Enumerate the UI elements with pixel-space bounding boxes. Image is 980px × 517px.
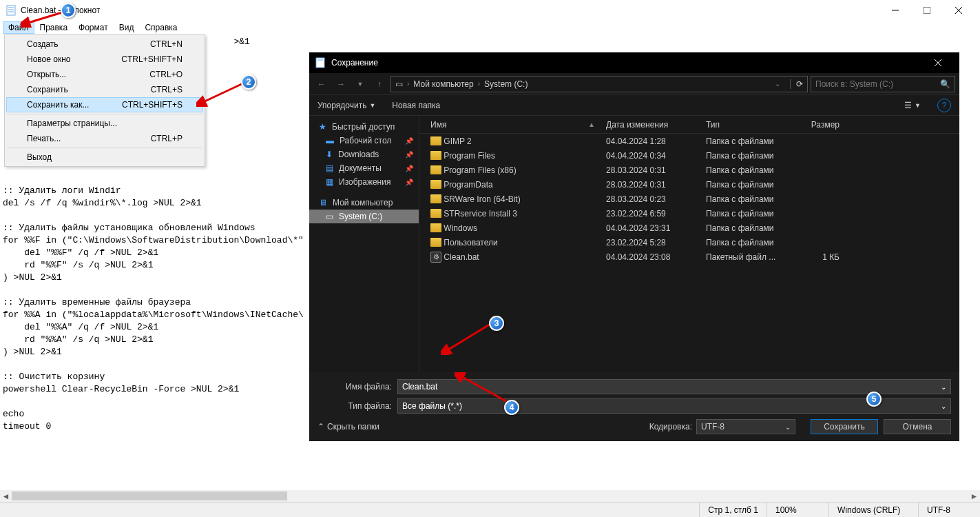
horizontal-scrollbar[interactable]: ◄ ► <box>0 490 980 502</box>
statusbar: Стр 1, стлб 1 100% Windows (CRLF) UTF-8 <box>0 502 980 517</box>
nav-computer[interactable]: 🖥Мой компьютер <box>309 196 419 210</box>
file-row[interactable]: Program Files (x86)28.03.2024 0:31Папка … <box>419 163 959 177</box>
folder-icon <box>430 180 441 189</box>
maximize-button[interactable] <box>911 0 943 21</box>
filename-input[interactable]: Clean.bat⌄ <box>397 379 951 394</box>
dialog-bottom-panel: Имя файла: Clean.bat⌄ Тип файла: Все фай… <box>309 372 959 441</box>
folder-icon <box>430 136 441 145</box>
downloads-icon: ⬇ <box>326 150 333 159</box>
folder-icon <box>430 238 441 247</box>
menu-separator <box>7 114 202 114</box>
chevron-down-icon[interactable]: ⌄ <box>941 383 946 391</box>
nav-back-button[interactable]: ← <box>313 76 330 92</box>
menu-view[interactable]: Вид <box>114 21 140 34</box>
menu-item-open[interactable]: Открыть...CTRL+O <box>6 67 203 82</box>
nav-drive-c[interactable]: ▭System (C:) <box>309 210 419 223</box>
menubar: Файл Правка Формат Вид Справка <box>0 21 980 34</box>
encoding-select[interactable]: UTF-8⌄ <box>696 419 795 434</box>
svg-rect-8 <box>316 58 324 68</box>
file-row[interactable]: Clean.bat04.04.2024 23:08Пакетный файл .… <box>419 250 959 264</box>
file-row[interactable]: GIMP 204.04.2024 1:28Папка с файлами <box>419 134 959 148</box>
nav-documents[interactable]: ▤Документы📌 <box>309 161 419 175</box>
nav-up-button[interactable]: ↑ <box>371 76 388 92</box>
filetype-row: Тип файла: Все файлы (*.*)⌄ <box>317 398 951 414</box>
svg-rect-0 <box>7 6 15 15</box>
computer-icon: 🖥 <box>319 198 327 207</box>
menu-item-new[interactable]: СоздатьCTRL+N <box>6 37 203 52</box>
nav-desktop[interactable]: ▬Рабочий стол📌 <box>309 134 419 148</box>
chevron-right-icon: › <box>407 80 409 88</box>
breadcrumb-drive[interactable]: System (C:) <box>484 79 528 89</box>
svg-rect-5 <box>924 7 930 14</box>
hide-folders-button[interactable]: ⌃Скрыть папки <box>317 422 379 432</box>
address-bar[interactable]: ▭ › Мой компьютер › System (C:) ⌄ ⟳ <box>390 76 808 92</box>
nav-downloads[interactable]: ⬇Downloads📌 <box>309 148 419 161</box>
refresh-icon[interactable]: ⟳ <box>790 79 803 89</box>
search-input[interactable]: Поиск в: System (C:) 🔍 <box>811 76 955 92</box>
menu-item-exit[interactable]: Выход <box>6 150 203 165</box>
nav-recent-button[interactable]: ▼ <box>352 76 368 92</box>
new-folder-button[interactable]: Новая папка <box>392 101 440 110</box>
folder-icon <box>430 194 441 203</box>
file-row[interactable]: Program Files04.04.2024 0:34Папка с файл… <box>419 148 959 163</box>
menu-separator <box>7 148 202 148</box>
star-icon: ★ <box>319 122 326 132</box>
pin-icon: 📌 <box>405 165 413 172</box>
menu-item-print[interactable]: Печать...CTRL+P <box>6 131 203 146</box>
pictures-icon: ▦ <box>326 177 333 187</box>
col-date[interactable]: Дата изменения <box>601 120 700 130</box>
menu-item-page-setup[interactable]: Параметры страницы... <box>6 116 203 131</box>
filename-label: Имя файла: <box>317 382 397 392</box>
chevron-down-icon[interactable]: ⌄ <box>941 403 946 410</box>
nav-tree: ★Быстрый доступ ▬Рабочий стол📌 ⬇Download… <box>309 116 419 372</box>
organize-button[interactable]: Упорядочить ▼ <box>317 101 375 110</box>
menu-item-save-as[interactable]: Сохранить как...CTRL+SHIFT+S <box>6 97 203 112</box>
file-row[interactable]: Windows04.04.2024 23:31Папка с файлами <box>419 221 959 235</box>
close-button[interactable] <box>943 0 974 21</box>
menu-item-new-window[interactable]: Новое окноCTRL+SHIFT+N <box>6 52 203 67</box>
titlebar: Clean.bat — Блокнот <box>0 0 980 21</box>
annotation-marker-1: 1 <box>61 3 76 18</box>
folder-icon <box>430 165 441 174</box>
file-list: Имя▲ Дата изменения Тип Размер GIMP 204.… <box>419 116 959 372</box>
scroll-right-arrow[interactable]: ► <box>968 490 980 502</box>
col-type[interactable]: Тип <box>700 120 790 130</box>
nav-forward-button[interactable]: → <box>333 76 349 92</box>
dialog-toolbar: Упорядочить ▼ Новая папка ☰ ▼ ? <box>309 95 959 116</box>
save-button[interactable]: Сохранить <box>811 419 878 434</box>
save-dialog: Сохранение ← → ▼ ↑ ▭ › Мой компьютер › S… <box>309 52 959 415</box>
file-menu-dropdown: СоздатьCTRL+N Новое окноCTRL+SHIFT+N Отк… <box>4 34 205 167</box>
chevron-down-icon[interactable]: ⌄ <box>775 80 780 88</box>
help-button[interactable]: ? <box>937 99 951 112</box>
chevron-down-icon: ⌄ <box>785 423 791 431</box>
menu-help[interactable]: Справка <box>139 21 183 34</box>
file-row[interactable]: SRWare Iron (64-Bit)28.03.2024 0:23Папка… <box>419 192 959 206</box>
file-row[interactable]: STRservice Install 323.02.2024 6:59Папка… <box>419 206 959 221</box>
pin-icon: 📌 <box>405 151 413 159</box>
scroll-thumb[interactable] <box>12 491 287 500</box>
chevron-up-icon: ⌃ <box>317 422 324 432</box>
dialog-title: Сохранение <box>331 58 922 68</box>
minimize-button[interactable] <box>879 0 911 21</box>
search-icon: 🔍 <box>940 79 950 89</box>
menu-edit[interactable]: Правка <box>34 21 74 34</box>
menu-format[interactable]: Формат <box>73 21 114 34</box>
sort-asc-icon: ▲ <box>588 121 595 128</box>
window-controls <box>879 0 974 21</box>
file-row[interactable]: ProgramData28.03.2024 0:31Папка с файлам… <box>419 177 959 192</box>
col-name[interactable]: Имя▲ <box>425 120 601 130</box>
file-row[interactable]: Пользователи23.02.2024 5:28Папка с файла… <box>419 235 959 250</box>
menu-file[interactable]: Файл <box>3 21 34 34</box>
annotation-marker-5: 5 <box>866 392 882 407</box>
cancel-button[interactable]: Отмена <box>884 419 951 434</box>
view-mode-button[interactable]: ☰ ▼ <box>904 101 921 110</box>
dialog-close-button[interactable] <box>922 52 954 73</box>
pin-icon: 📌 <box>405 179 413 186</box>
col-size[interactable]: Размер <box>790 120 845 130</box>
nav-quick-access[interactable]: ★Быстрый доступ <box>309 120 419 134</box>
menu-item-save[interactable]: СохранитьCTRL+S <box>6 82 203 97</box>
folder-icon <box>430 209 441 218</box>
breadcrumb-computer[interactable]: Мой компьютер <box>413 79 473 89</box>
nav-pictures[interactable]: ▦Изображения📌 <box>309 175 419 189</box>
scroll-left-arrow[interactable]: ◄ <box>0 490 12 502</box>
